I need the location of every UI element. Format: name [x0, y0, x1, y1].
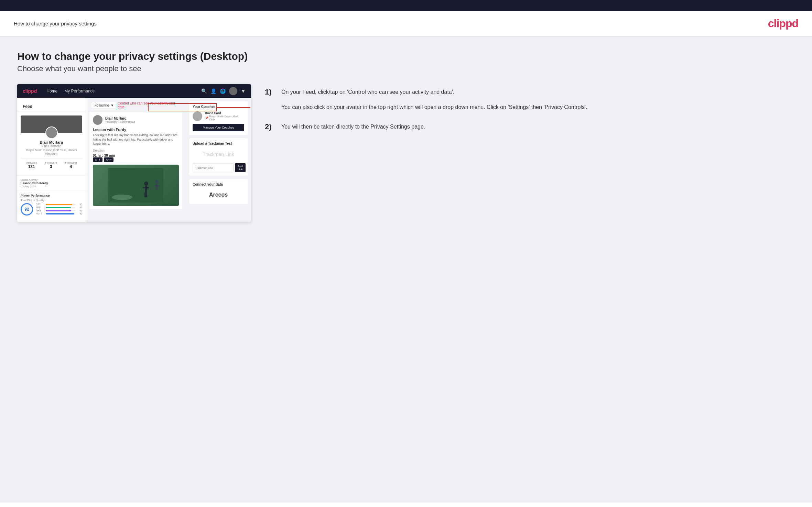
- stat-followers-label: Followers: [45, 161, 57, 164]
- bar-ott: OTT 90: [36, 203, 82, 206]
- instruction-1-additional: You can also click on your avatar in the…: [281, 103, 587, 112]
- post-header: Blair McHarg Yesterday · Sunningdale: [93, 115, 179, 125]
- coaches-title: Your Coaches: [193, 105, 244, 109]
- profile-subtitle: Plus Handicap: [21, 144, 82, 148]
- trackman-placeholder: Trackman Link: [193, 148, 244, 161]
- app-nav-my-performance[interactable]: My Performance: [64, 89, 95, 93]
- instruction-2-number: 2): [265, 122, 276, 131]
- stat-following: Following 4: [65, 161, 77, 169]
- svg-point-2: [144, 181, 148, 186]
- clippd-logo: clippd: [768, 17, 798, 30]
- post-title: Lesson with Fordy: [93, 128, 179, 132]
- trackman-card: Upload a Trackman Test Trackman Link Add…: [189, 138, 248, 176]
- arg-value: 86: [77, 209, 82, 212]
- putt-fill: [46, 213, 74, 214]
- coaches-card: Your Coaches David Ford 📌 Royal North De…: [189, 101, 248, 135]
- app-label: APP: [36, 206, 44, 209]
- app-logo: clippd: [23, 88, 37, 94]
- latest-activity-date: 03 Aug 2022: [21, 185, 82, 188]
- putt-track: [46, 213, 75, 214]
- coach-info: David Ford 📌 Royal North Devon Golf Club: [205, 111, 244, 121]
- app-main-feed: Following ▼ Control who can see your act…: [86, 98, 186, 222]
- instructions-panel: 1) On your Feed, click/tap on 'Control w…: [265, 84, 795, 142]
- search-icon[interactable]: 🔍: [201, 88, 207, 94]
- latest-activity: Latest Activity Lesson with Fordy 03 Aug…: [17, 175, 86, 191]
- feed-tab[interactable]: Feed: [17, 101, 86, 112]
- putt-label: PUTT: [36, 212, 44, 215]
- profile-avatar: [45, 126, 58, 139]
- main-content: How to change your privacy settings (Des…: [0, 37, 812, 503]
- poster-name: Blair McHarg: [105, 117, 135, 120]
- quality-row: 92 OTT 90 APP: [21, 203, 82, 216]
- poster-meta: Yesterday · Sunningdale: [105, 120, 135, 123]
- chevron-down-icon[interactable]: ▼: [241, 88, 246, 94]
- connect-card: Connect your data Arccos: [189, 179, 248, 204]
- trackman-add-button[interactable]: Add Link: [235, 163, 246, 172]
- svg-point-7: [155, 180, 158, 184]
- post-duration-value: 01 hr : 30 min: [93, 154, 179, 157]
- bar-arg: ARG 86: [36, 209, 82, 212]
- ott-fill: [46, 204, 72, 205]
- top-bar: [0, 0, 812, 11]
- arg-track: [46, 210, 75, 211]
- page-heading: How to change your privacy settings (Des…: [17, 51, 795, 62]
- coach-avatar: [193, 111, 202, 121]
- post-duration-label: Duration: [93, 149, 179, 152]
- svg-rect-9: [154, 185, 160, 187]
- app-right-sidebar: Your Coaches David Ford 📌 Royal North De…: [186, 98, 251, 222]
- player-performance: Player Performance Total Player Quality …: [17, 191, 86, 218]
- trackman-title: Upload a Trackman Test: [193, 142, 244, 145]
- page-breadcrumb: How to change your privacy settings: [14, 21, 97, 26]
- stat-activities-label: Activities: [26, 161, 37, 164]
- content-layout: clippd Home My Performance 🔍 👤 🌐 ▼ Feed: [17, 84, 795, 222]
- trackman-input-row: Add Link: [193, 163, 244, 172]
- avatar[interactable]: [229, 87, 237, 95]
- person-icon[interactable]: 👤: [210, 88, 216, 94]
- bar-app: APP 85: [36, 206, 82, 209]
- coach-name: David Ford: [205, 111, 244, 115]
- stat-following-label: Following: [65, 161, 77, 164]
- app-track: [46, 207, 75, 208]
- arg-fill: [46, 210, 71, 211]
- globe-icon[interactable]: 🌐: [220, 88, 226, 94]
- post-tags: OTT APP: [93, 157, 179, 162]
- ott-value: 90: [77, 203, 82, 206]
- post-description: Looking to feel like my hands are exitin…: [93, 133, 179, 146]
- coach-club: 📌 Royal North Devon Golf Club: [205, 115, 244, 121]
- page-subheading: Choose what you want people to see: [17, 64, 795, 73]
- logo-accent: d: [792, 17, 798, 30]
- app-body: Feed Blair McHarg Plus Handicap Royal No…: [17, 98, 251, 222]
- latest-activity-value: Lesson with Fordy: [21, 181, 82, 185]
- arccos-logo: Arccos: [193, 189, 244, 201]
- footer: Copyright Clippd 2022: [0, 503, 812, 507]
- profile-name: Blair McHarg: [21, 140, 82, 144]
- svg-rect-6: [146, 192, 147, 197]
- stat-followers: Followers 3: [45, 161, 57, 169]
- app-nav-home[interactable]: Home: [46, 89, 57, 93]
- manage-coaches-button[interactable]: Manage Your Coaches: [193, 124, 244, 131]
- tag-app: APP: [104, 157, 113, 162]
- svg-rect-5: [144, 192, 146, 197]
- instruction-2-content: You will then be taken directly to the P…: [281, 122, 425, 131]
- poster-avatar: [93, 115, 102, 125]
- stat-activities-value: 131: [26, 164, 37, 169]
- tag-ott: OTT: [93, 157, 102, 162]
- arg-label: ARG: [36, 209, 44, 212]
- trackman-link-input[interactable]: [193, 163, 234, 172]
- instruction-1: 1) On your Feed, click/tap on 'Control w…: [265, 88, 795, 111]
- following-button[interactable]: Following ▼: [91, 102, 118, 109]
- ott-label: OTT: [36, 203, 44, 206]
- ott-track: [46, 204, 75, 205]
- instruction-1-text: On your Feed, click/tap on 'Control who …: [281, 88, 587, 97]
- instruction-2-text: You will then be taken directly to the P…: [281, 122, 425, 131]
- stat-activities: Activities 131: [26, 161, 37, 169]
- location-icon: 📌: [205, 117, 208, 120]
- app-nav-icons: 🔍 👤 🌐 ▼: [201, 87, 246, 95]
- post-image: [93, 165, 179, 206]
- quality-score: 92: [24, 207, 29, 212]
- player-perf-title: Player Performance: [21, 194, 82, 197]
- control-privacy-link[interactable]: Control who can see your activity and da…: [118, 101, 181, 109]
- profile-stats: Activities 131 Followers 3 Following 4: [21, 158, 82, 172]
- poster-info: Blair McHarg Yesterday · Sunningdale: [105, 117, 135, 123]
- app-left-sidebar: Feed Blair McHarg Plus Handicap Royal No…: [17, 98, 86, 222]
